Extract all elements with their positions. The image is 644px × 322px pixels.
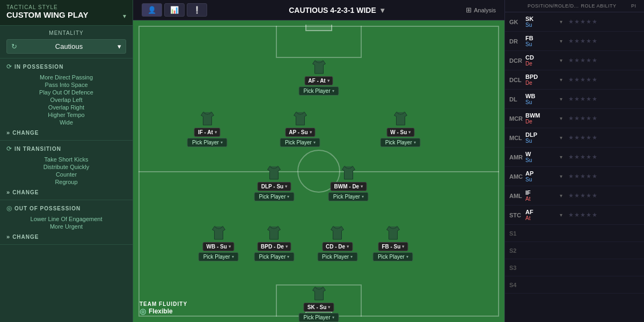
role-badge-if_aml[interactable]: IF - At ▾ — [194, 128, 221, 137]
pick-player-dropdown-icon: ▾ — [362, 194, 364, 199]
player-card-if_aml[interactable]: IF - At ▾ Pick Player ▾ — [187, 111, 228, 147]
player-row-dcl[interactable]: DCL BPD De ▾ ★★★★★ — [505, 70, 644, 90]
pick-player-btn-dlp_mc[interactable]: Pick Player ▾ — [254, 192, 294, 201]
player-row-mcr[interactable]: MCR BWM De ▾ ★★★★★ — [505, 109, 644, 128]
instruction-item: Play Out Of Defence — [6, 89, 126, 96]
player-card-wb_l[interactable]: WB - Su ▾ Pick Player ▾ — [199, 225, 239, 261]
role-dropdown-icon[interactable]: ▾ — [560, 154, 568, 160]
role-name: AP — [525, 170, 560, 177]
out-of-possession-change-button[interactable]: » CHANGE — [6, 233, 126, 240]
mentality-label: MENTALITY — [6, 30, 126, 36]
star: ★ — [592, 134, 597, 141]
player-row-aml[interactable]: AML IF At ▾ ★★★★★ — [505, 186, 644, 206]
player-row-dr[interactable]: DR FB Su ▾ ★★★★★ — [505, 32, 644, 51]
pick-player-btn-ap_amc[interactable]: Pick Player ▾ — [280, 138, 320, 147]
pick-player-dropdown-icon: ▾ — [232, 254, 234, 259]
role-badge-bwm_mc[interactable]: BWM - De ▾ — [331, 182, 367, 191]
role-dropdown-icon[interactable]: ▾ — [560, 38, 568, 44]
player-card-bwm_mc[interactable]: BWM - De ▾ Pick Player ▾ — [328, 165, 369, 201]
role-dropdown-icon[interactable]: ▾ — [560, 212, 568, 218]
role-badge-af_stc[interactable]: AF - At ▾ — [304, 76, 333, 85]
tab-info[interactable]: ❕ — [187, 3, 207, 17]
role-dropdown-icon[interactable]: ▾ — [560, 173, 568, 179]
in-possession-change-button[interactable]: » CHANGE — [6, 129, 126, 136]
star: ★ — [586, 211, 591, 218]
role-badge-w_amr[interactable]: W - Su ▾ — [386, 128, 414, 137]
tab-chart[interactable]: 📊 — [164, 3, 185, 17]
role-badge-gk[interactable]: SK - Su ▾ — [304, 303, 334, 312]
player-card-ap_amc[interactable]: AP - Su ▾ Pick Player ▾ — [280, 111, 320, 147]
role-badge-fb_r[interactable]: FB - Su ▾ — [378, 242, 408, 251]
pick-player-btn-af_stc[interactable]: Pick Player ▾ — [298, 86, 339, 96]
pick-player-btn-w_amr[interactable]: Pick Player ▾ — [380, 138, 421, 147]
grid-icon: ⊞ — [466, 6, 472, 14]
player-row-stc[interactable]: STC AF At ▾ ★★★★★ — [505, 206, 644, 225]
role-badge-dlp_mc[interactable]: DLP - Su ▾ — [258, 182, 291, 191]
pos-label: AMR — [509, 154, 525, 160]
role-dropdown-icon[interactable]: ▾ — [560, 135, 568, 141]
player-row-dl[interactable]: DL WB Su ▾ ★★★★★ — [505, 90, 644, 109]
pick-player-btn-gk[interactable]: Pick Player ▾ — [298, 313, 339, 322]
star: ★ — [586, 76, 591, 83]
role-dropdown-icon[interactable]: ▾ — [560, 19, 568, 25]
pick-player-btn-cd_cr[interactable]: Pick Player ▾ — [317, 252, 357, 261]
role-info: FB Su — [525, 35, 560, 47]
tab-person[interactable]: 👤 — [142, 3, 162, 17]
pick-player-btn-bwm_mc[interactable]: Pick Player ▾ — [328, 192, 369, 201]
pick-player-btn-fb_r[interactable]: Pick Player ▾ — [373, 252, 413, 261]
star: ★ — [574, 173, 580, 180]
player-card-gk[interactable]: SK - Su ▾ Pick Player ▾ — [298, 286, 339, 322]
mentality-value: Cautious — [55, 42, 83, 50]
role-badge-cd_cr[interactable]: CD - De ▾ — [322, 242, 353, 251]
out-of-possession-instructions: Lower Line Of Engagement More Urgent — [6, 215, 126, 230]
player-card-fb_r[interactable]: FB - Su ▾ Pick Player ▾ — [373, 225, 413, 261]
role-dropdown-icon[interactable]: ▾ — [560, 77, 568, 83]
pos-label: STC — [509, 212, 525, 218]
in-possession-header: ⟳ IN POSSESSION — [6, 63, 126, 70]
out-of-possession-header: ◎ OUT OF POSSESSION — [6, 204, 126, 212]
pos-label: GK — [509, 19, 525, 25]
role-dropdown-icon[interactable]: ▾ — [560, 193, 568, 199]
analysis-button[interactable]: ⊞ Analysis — [466, 6, 496, 14]
star: ★ — [592, 153, 597, 160]
role-name: BWM — [525, 112, 560, 119]
player-card-af_stc[interactable]: AF - At ▾ Pick Player ▾ — [298, 60, 339, 96]
role-dropdown-icon[interactable]: ▾ — [560, 96, 568, 102]
role-dropdown-icon[interactable]: ▾ — [560, 115, 568, 121]
pitch: TEAM FLUIDITY ◎ Flexible SK - Su ▾ Pick … — [133, 20, 504, 322]
player-row-dcr[interactable]: DCR CD De ▾ ★★★★★ — [505, 51, 644, 70]
in-transition-section: ⟳ IN TRANSITION Take Short Kicks Distrib… — [0, 141, 133, 200]
change-arrows-icon: » — [6, 233, 10, 240]
star: ★ — [568, 153, 574, 160]
role-dropdown-icon[interactable]: ▾ — [560, 57, 568, 63]
role-duty: Su — [525, 22, 560, 28]
player-row-gk[interactable]: GK SK Su ▾ ★★★★★ — [505, 12, 644, 32]
player-card-dlp_mc[interactable]: DLP - Su ▾ Pick Player ▾ — [254, 165, 294, 201]
sidebar-chevron-icon[interactable]: ▾ — [123, 12, 126, 20]
pick-player-btn-bpd_cl[interactable]: Pick Player ▾ — [254, 252, 294, 261]
formation-dropdown-icon[interactable]: ▾ — [380, 6, 384, 14]
player-card-bpd_cl[interactable]: BPD - De ▾ Pick Player ▾ — [254, 225, 294, 261]
role-name: SK — [525, 16, 560, 22]
pick-player-btn-wb_l[interactable]: Pick Player ▾ — [199, 252, 239, 261]
player-card-cd_cr[interactable]: CD - De ▾ Pick Player ▾ — [317, 225, 357, 261]
pick-player-dropdown-icon: ▾ — [414, 140, 416, 145]
player-card-w_amr[interactable]: W - Su ▾ Pick Player ▾ — [380, 111, 421, 147]
role-badge-ap_amc[interactable]: AP - Su ▾ — [285, 128, 315, 137]
star: ★ — [568, 38, 574, 45]
player-row-amr[interactable]: AMR W Su ▾ ★★★★★ — [505, 148, 644, 167]
pick-player-btn-if_aml[interactable]: Pick Player ▾ — [187, 138, 228, 147]
stars-area: ★★★★★ — [568, 211, 631, 218]
star: ★ — [568, 192, 574, 199]
in-transition-instructions: Take Short Kicks Distribute Quickly Coun… — [6, 156, 126, 186]
player-row-amc[interactable]: AMC AP Su ▾ ★★★★★ — [505, 167, 644, 186]
role-badge-bpd_cl[interactable]: BPD - De ▾ — [257, 242, 291, 251]
role-badge-wb_l[interactable]: WB - Su ▾ — [202, 242, 234, 251]
role-duty: De — [525, 80, 560, 86]
mentality-select[interactable]: ↻ Cautious ▾ — [6, 39, 126, 54]
player-row-mcl[interactable]: MCL DLP Su ▾ ★★★★★ — [505, 128, 644, 148]
star: ★ — [574, 76, 580, 83]
in-transition-change-button[interactable]: » CHANGE — [6, 189, 126, 195]
role-name: W — [525, 151, 560, 157]
player-shirt-af_stc — [310, 60, 327, 75]
